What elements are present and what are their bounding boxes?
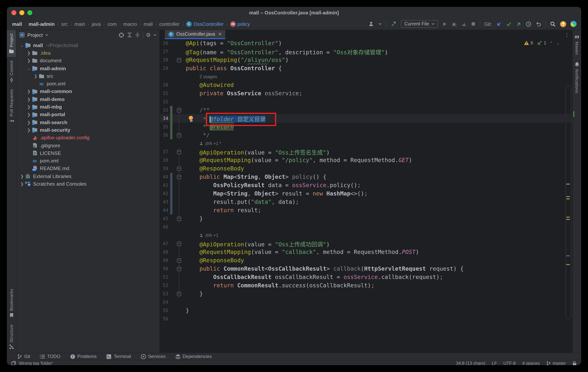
fold-down-icon[interactable]: [177, 242, 181, 246]
fold-up-icon[interactable]: [177, 292, 181, 296]
git-branch[interactable]: master: [546, 361, 566, 365]
info-stripe-mark[interactable]: [566, 256, 570, 256]
chevron-right-icon[interactable]: ❯: [33, 74, 38, 78]
code-line-46[interactable]: 46: [160, 223, 572, 231]
bottom-tool-services[interactable]: Services: [141, 354, 166, 359]
code-line-50[interactable]: 50 public CommonResult<OssCallbackResult…: [160, 265, 572, 273]
warning-stripe-mark[interactable]: [566, 219, 570, 220]
chevron-right-icon[interactable]: ❯: [26, 51, 32, 55]
project-panel-title[interactable]: Project: [27, 32, 43, 38]
breadcrumb-item-mall[interactable]: mall: [144, 21, 153, 27]
tree-item-src[interactable]: ❯src: [16, 72, 159, 80]
breadcrumb-item-src[interactable]: src: [61, 21, 68, 27]
fold-up-icon[interactable]: [177, 133, 181, 137]
warning-stripe-mark[interactable]: [566, 196, 570, 197]
fold-up-icon[interactable]: [177, 167, 181, 171]
warning-stripe-mark[interactable]: [566, 198, 570, 199]
code-line-38[interactable]: 38 @RequestMapping(value = "/policy", me…: [160, 156, 572, 164]
build-icon[interactable]: [391, 21, 397, 27]
code-line-49[interactable]: 49 @ResponseBody: [160, 256, 572, 265]
breadcrumb-item-mall[interactable]: mall: [12, 21, 22, 27]
code-line-54[interactable]: 54: [160, 298, 572, 306]
code-line-37[interactable]: 37 @ApiOperation(value = "Oss上传签名生成"): [160, 148, 572, 156]
inline-hint[interactable]: 2 usages: [160, 72, 572, 81]
tree-item-mall-search[interactable]: ❯mall-search: [16, 118, 159, 126]
code-line-30[interactable]: 30 @Autowired: [160, 81, 572, 89]
code-line-28[interactable]: 28@RequestMapping("/aliyun/oss"): [160, 56, 572, 64]
tree-item-pom-xml[interactable]: mpom.xml: [16, 157, 159, 165]
run-icon[interactable]: [442, 21, 447, 26]
tool-stripe-item-bookmarks[interactable]: Bookmarks: [7, 285, 16, 321]
tool-stripe-item-project[interactable]: Project: [7, 30, 16, 57]
tree-item-mall[interactable]: ⌄mall~/Projects/mall: [16, 41, 159, 49]
tree-item-mall-demo[interactable]: ❯mall-demo: [16, 95, 159, 103]
minimize-window-button[interactable]: [19, 10, 24, 15]
debug-icon[interactable]: [451, 21, 457, 27]
breadcrumb-item-com[interactable]: com: [107, 21, 117, 27]
rollback-icon[interactable]: [536, 21, 541, 27]
bottom-tool-todo[interactable]: TODO: [40, 354, 60, 359]
chevron-right-icon[interactable]: ❯: [26, 128, 32, 132]
fold-up-icon[interactable]: [177, 58, 181, 62]
close-window-button[interactable]: [11, 10, 16, 15]
chevron-right-icon[interactable]: ❯: [19, 174, 25, 178]
code-line-44[interactable]: 44 return result;: [160, 206, 572, 215]
chevron-right-icon[interactable]: ❯: [26, 58, 32, 63]
breadcrumb-item-java[interactable]: java: [92, 21, 101, 27]
line-ending[interactable]: LF: [492, 361, 497, 365]
chevron-right-icon[interactable]: ❯: [26, 120, 32, 124]
fold-up-icon[interactable]: [177, 217, 181, 221]
hide-panel-icon[interactable]: −: [153, 32, 157, 38]
git-commit-icon[interactable]: [506, 21, 512, 27]
code-line-48[interactable]: 48 @RequestMapping(value = "callback", m…: [160, 248, 572, 256]
code-line-29[interactable]: 29public class OssController {: [160, 64, 572, 72]
code-line-26[interactable]: 26@Api(tags = "OssController"): [160, 39, 572, 47]
prev-problem-icon[interactable]: ⌃: [550, 41, 553, 45]
intention-bulb-icon[interactable]: [189, 116, 193, 120]
inline-hint[interactable]: zhh +1: [160, 231, 572, 239]
code-line-42[interactable]: 42 Map<String, Object> result = new Hash…: [160, 189, 572, 198]
code-line-39[interactable]: 39 @ResponseBody: [160, 164, 572, 173]
tool-stripe-item-commit[interactable]: Commit: [7, 57, 16, 86]
tab-osscontroller-java[interactable]: C OssController.java ✕: [165, 30, 225, 39]
fold-down-icon[interactable]: [177, 267, 181, 271]
user-icon[interactable]: [369, 21, 375, 27]
breadcrumb-item-main[interactable]: main: [74, 21, 85, 27]
fold-down-icon[interactable]: [177, 175, 181, 179]
locate-file-icon[interactable]: [119, 32, 124, 38]
bottom-tool-dependencies[interactable]: Dependencies: [176, 354, 212, 359]
tree-item-mall-portal[interactable]: ❯mall-portal: [16, 111, 159, 118]
tree-item-pom-xml[interactable]: mpom.xml: [16, 80, 159, 88]
fold-down-icon[interactable]: [177, 108, 181, 112]
fold-down-icon[interactable]: [177, 150, 181, 154]
tree-item-external-libraries[interactable]: ❯External Libraries: [16, 172, 159, 180]
bottom-tool-git[interactable]: Git: [18, 354, 30, 359]
code-line-51[interactable]: 51 OssCallbackResult ossCallbackResult =…: [160, 273, 572, 281]
code-line-34[interactable]: 34 * @folder 自定义目录: [160, 114, 572, 123]
code-line-56[interactable]: 56: [160, 315, 572, 323]
breadcrumb-item-controller[interactable]: controller: [159, 21, 180, 27]
indent-setting[interactable]: 4 spaces: [522, 361, 540, 365]
code-line-45[interactable]: 45 }: [160, 215, 572, 223]
search-icon[interactable]: [550, 21, 556, 27]
profiler-icon[interactable]: [461, 21, 467, 27]
code-line-47[interactable]: 47 @ApiOperation(value = "Oss上传成功回调"): [160, 239, 572, 248]
tree-item-mall-security[interactable]: ❯mall-security: [16, 126, 159, 134]
history-icon[interactable]: [526, 21, 531, 27]
code-with-me-icon[interactable]: [570, 21, 577, 27]
breadcrumb-item-mall-admin[interactable]: mall-admin: [29, 21, 55, 27]
tree-item-scratches-and-consoles[interactable]: ❯Scratches and Consoles: [16, 180, 159, 188]
chevron-right-icon[interactable]: ❯: [26, 97, 32, 101]
warning-stripe-mark[interactable]: [566, 184, 570, 185]
code-line-55[interactable]: 55}: [160, 306, 572, 315]
chevron-right-icon[interactable]: ❯: [26, 113, 32, 117]
breadcrumb-item-policy[interactable]: mpolicy: [230, 21, 250, 27]
gear-icon[interactable]: ⚙: [146, 32, 151, 38]
chevron-down-icon[interactable]: ⌄: [26, 66, 32, 70]
bottom-tool-problems[interactable]: Problems: [70, 354, 97, 359]
code-line-32[interactable]: 32: [160, 98, 572, 106]
run-configuration-select[interactable]: Current File: [401, 20, 438, 28]
warning-stripe-mark[interactable]: [566, 217, 570, 217]
code-line-53[interactable]: 53 }: [160, 290, 572, 298]
tree-item--idea[interactable]: ❯.idea: [16, 49, 159, 57]
